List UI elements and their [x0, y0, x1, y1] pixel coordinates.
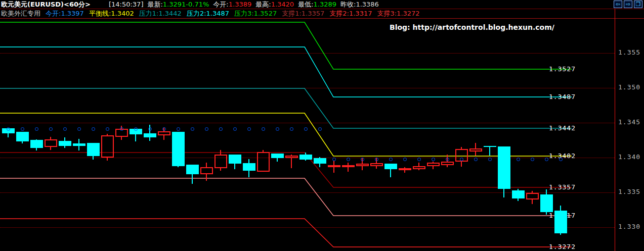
- candle-body-down: [30, 140, 43, 148]
- indicator-circle: [375, 158, 378, 161]
- candle-wick: [376, 166, 377, 169]
- candle-wick: [107, 158, 108, 161]
- axis-tick-label: 1.345: [618, 118, 640, 126]
- high-label: 最高:: [255, 0, 271, 9]
- last-price-label: 最新:: [147, 0, 162, 9]
- pivot-line-resistance-1: [0, 88, 572, 128]
- clock: [14:50:37]: [109, 1, 144, 8]
- last-price-value: 1.3291: [163, 1, 186, 8]
- indicator-circle: [77, 127, 81, 131]
- candle-body-up: [328, 165, 340, 167]
- candle-wick: [206, 174, 207, 181]
- next-arrow-button[interactable]: ⇨: [624, 1, 632, 8]
- candle-wick: [532, 199, 533, 204]
- axis-tick-label: 1.355: [618, 48, 640, 56]
- candle-body-down: [299, 155, 312, 160]
- indicator-circle: [247, 127, 251, 131]
- pivot-summary-bar: 欧美外汇专用 今开:1.3397平衡线:1.3402压力1:1.3442压力2:…: [0, 9, 644, 19]
- indicator-circle: [134, 127, 138, 131]
- indicator-circle: [205, 127, 208, 131]
- candle-wick: [348, 167, 349, 172]
- candle-body-down: [384, 164, 397, 169]
- indicator-circle: [559, 158, 563, 161]
- pivot-line-label-resistance-3: 1.3527: [549, 65, 576, 73]
- candle-body-up: [101, 135, 114, 158]
- pivot-line-label-support-1: 1.3357: [549, 183, 576, 191]
- indicator-circle: [545, 158, 548, 161]
- candle-wick: [121, 137, 122, 140]
- indicator-circle: [531, 158, 534, 161]
- candle-body-down: [243, 163, 255, 171]
- candle-body-up: [469, 148, 482, 152]
- indicator-circle: [318, 127, 322, 131]
- low-label: 最低:: [298, 0, 313, 9]
- indicator-circle: [474, 158, 478, 161]
- axis-tick-label: 1.330: [618, 223, 640, 230]
- axis-tick-label: 1.340: [618, 153, 640, 161]
- candle-wick: [404, 170, 405, 173]
- candle-body-up: [356, 164, 369, 166]
- candle-wick: [475, 143, 476, 148]
- indicator-circle: [389, 158, 393, 161]
- axis-tick-label: 1.335: [618, 188, 640, 195]
- indicator-circle: [488, 158, 492, 161]
- pivot-line-label-support-3: 1.3272: [549, 243, 576, 250]
- indicator-circle: [106, 127, 109, 131]
- candle-body-up: [441, 162, 454, 165]
- candle-wick: [333, 161, 334, 165]
- candle-body-down: [314, 158, 326, 164]
- candle-wick: [206, 163, 207, 167]
- indicator-circle: [7, 127, 10, 131]
- indicator-circle: [304, 127, 308, 131]
- pivot-line-balance-line: [0, 113, 572, 156]
- candle-body-up: [370, 163, 383, 166]
- candle-body-up: [399, 168, 411, 170]
- pivot-item-today-open: 今开:1.3397: [46, 9, 84, 18]
- candle-body-down: [554, 211, 567, 233]
- candle-wick: [220, 150, 221, 155]
- indicator-circle: [120, 127, 123, 131]
- candle-wick: [461, 162, 462, 167]
- pivot-item-s3: 支撑3:1.3272: [377, 9, 419, 18]
- candle-wick: [475, 152, 476, 156]
- candle-wick: [362, 166, 363, 170]
- indicator-circle: [21, 127, 24, 131]
- candle-wick: [489, 146, 490, 156]
- candle-wick: [418, 163, 419, 166]
- instrument-title: 欧元美元(EURUSD)<60分>: [1, 0, 91, 9]
- indicator-circle: [177, 127, 180, 131]
- pivot-lines-svg: [0, 19, 644, 251]
- candle-body-up: [413, 166, 425, 169]
- pivot-line-label-resistance-2: 1.3487: [549, 93, 576, 101]
- indicator-circle: [403, 158, 407, 161]
- prev-arrow-button[interactable]: ⇦: [614, 1, 622, 8]
- pivot-item-balance: 平衡线:1.3402: [89, 9, 134, 18]
- candle-body-down: [186, 165, 199, 174]
- open-label: 今开:: [213, 0, 228, 9]
- candle-wick: [418, 169, 419, 170]
- indicator-circle: [148, 127, 152, 131]
- indicator-circle: [446, 158, 449, 161]
- blog-watermark: Blog: http://artofcontrol.blog.hexun.com…: [390, 23, 554, 31]
- candle-wick: [220, 168, 221, 171]
- open-value: 1.3389: [229, 1, 252, 8]
- pivot-item-r3: 压力3:1.3527: [234, 9, 277, 18]
- plot-area[interactable]: Blog: http://artofcontrol.blog.hexun.com…: [0, 19, 644, 251]
- candle-wick: [333, 167, 334, 173]
- pivot-item-s2: 支撑2:1.3317: [329, 9, 372, 18]
- candle-body-up: [342, 165, 355, 167]
- low-value: 1.3289: [314, 1, 337, 8]
- pivot-item-s1: 支撑1:1.3357: [282, 9, 324, 18]
- restore-window-button[interactable]: ❐: [634, 1, 642, 8]
- candle-body-up: [285, 156, 298, 158]
- candle-wick: [163, 135, 164, 140]
- indicator-circle: [92, 127, 95, 131]
- indicator-circle: [35, 127, 38, 131]
- candle-body-down: [498, 146, 510, 189]
- indicator-circle: [49, 127, 53, 131]
- candle-wick: [50, 147, 51, 150]
- indicator-circle: [460, 158, 463, 161]
- title-bar: 欧元美元(EURUSD)<60分> [14:50:37] 最新:1.3291 -…: [0, 0, 644, 9]
- indicator-circle: [347, 158, 350, 161]
- candle-body-down: [16, 132, 29, 141]
